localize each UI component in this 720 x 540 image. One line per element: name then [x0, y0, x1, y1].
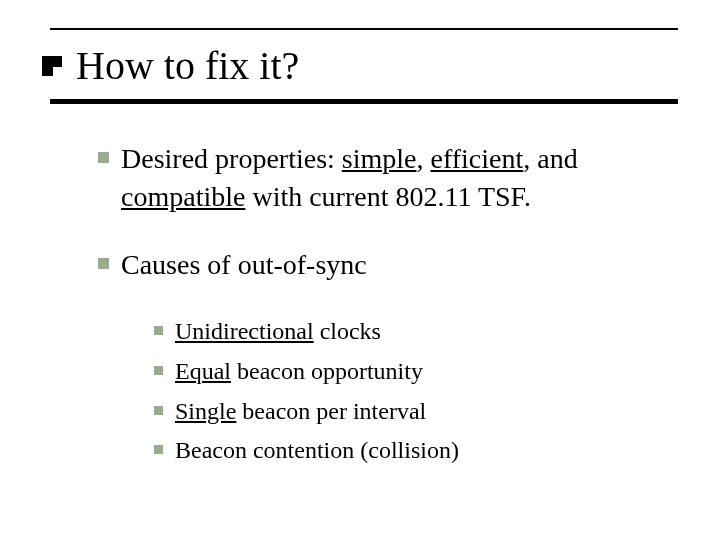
underlined-text: simple	[342, 143, 417, 174]
square-bullet-icon	[154, 326, 163, 335]
underlined-text: Equal	[175, 358, 231, 384]
square-bullet-icon	[154, 445, 163, 454]
text-fragment: Beacon contention (collision)	[175, 437, 459, 463]
bullet-l2-text: Equal beacon opportunity	[175, 355, 423, 389]
underlined-text: efficient	[431, 143, 524, 174]
sub-bullet-list: Unidirectional clocks Equal beacon oppor…	[98, 313, 668, 467]
square-bullet-icon	[154, 366, 163, 375]
bullet-l1-text: Causes of out-of-sync	[121, 246, 367, 284]
bullet-l2: Single beacon per interval	[154, 395, 668, 429]
text-fragment: beacon opportunity	[231, 358, 423, 384]
underlined-text: Unidirectional	[175, 318, 314, 344]
text-fragment: beacon per interval	[236, 398, 426, 424]
bullet-l2: Beacon contention (collision)	[154, 434, 668, 468]
slide: How to fix it? Desired properties: simpl…	[0, 0, 720, 468]
title-bullet-icon	[42, 56, 62, 76]
underlined-text: Single	[175, 398, 236, 424]
slide-body: Desired properties: simple, efficient, a…	[42, 104, 678, 468]
title-row: How to fix it?	[42, 30, 678, 99]
bullet-l1: Causes of out-of-sync	[98, 246, 668, 284]
text-fragment: clocks	[314, 318, 381, 344]
underlined-text: compatible	[121, 181, 245, 212]
square-bullet-icon	[98, 258, 109, 269]
text-fragment: with current 802.11 TSF.	[245, 181, 531, 212]
bullet-l2: Equal beacon opportunity	[154, 355, 668, 389]
slide-title: How to fix it?	[76, 42, 299, 89]
text-fragment: ,	[417, 143, 431, 174]
square-bullet-icon	[154, 406, 163, 415]
text-fragment: Desired properties:	[121, 143, 342, 174]
bullet-l2: Unidirectional clocks	[154, 315, 668, 349]
bullet-l2-text: Beacon contention (collision)	[175, 434, 459, 468]
bullet-l1-text: Desired properties: simple, efficient, a…	[121, 140, 668, 216]
text-fragment: , and	[523, 143, 577, 174]
square-bullet-icon	[98, 152, 109, 163]
bullet-l2-text: Single beacon per interval	[175, 395, 426, 429]
bullet-l1: Desired properties: simple, efficient, a…	[98, 140, 668, 216]
bullet-l2-text: Unidirectional clocks	[175, 315, 381, 349]
